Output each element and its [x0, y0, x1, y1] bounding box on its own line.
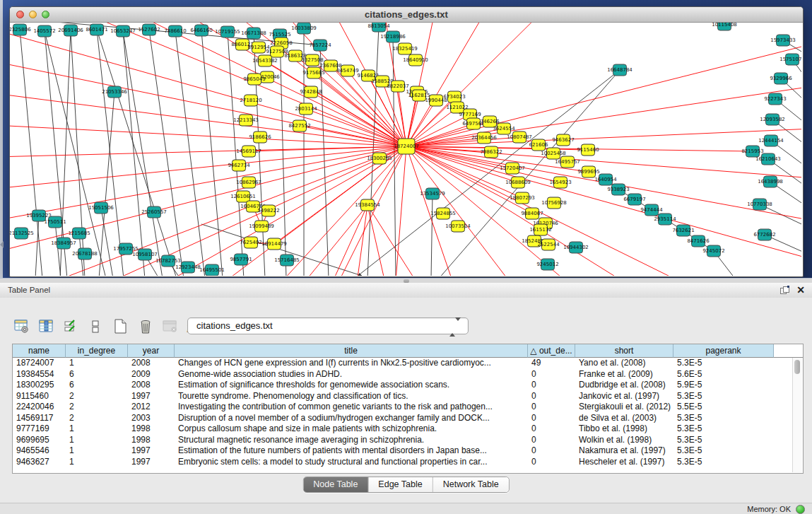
show-columns-icon[interactable]: [37, 317, 56, 337]
table-cell[interactable]: 2: [66, 391, 128, 402]
graph-node[interactable]: 6772682: [753, 229, 775, 240]
graph-edge[interactable]: [10, 146, 406, 221]
table-cell[interactable]: 0: [528, 457, 575, 468]
table-row[interactable]: 969969511998Structural magnetic resonanc…: [13, 435, 803, 446]
table-cell[interactable]: 6: [66, 380, 128, 391]
graph-node[interactable]: 12093582: [760, 114, 785, 125]
float-window-icon[interactable]: [780, 286, 789, 294]
table-cell[interactable]: Changes of HCN gene expression and I(f) …: [175, 358, 528, 369]
graph-edge[interactable]: [311, 92, 406, 146]
table-cell[interactable]: 9463627: [13, 457, 66, 468]
graph-node[interactable]: 18384957: [51, 238, 76, 249]
graph-edge[interactable]: [406, 146, 801, 259]
graph-node[interactable]: 10073514: [445, 221, 471, 232]
graph-node[interactable]: 14569117: [236, 146, 261, 157]
table-cell[interactable]: 2012: [128, 402, 175, 413]
graph-edge[interactable]: [97, 30, 124, 276]
table-cell[interactable]: 2008: [128, 358, 175, 369]
table-cell[interactable]: 2003: [128, 413, 175, 424]
table-cell[interactable]: 2008: [128, 380, 175, 391]
table-cell[interactable]: 1998: [128, 424, 175, 435]
table-cell[interactable]: 1: [66, 435, 128, 446]
table-cell[interactable]: Yano et al. (2008): [575, 358, 673, 369]
graph-node[interactable]: 9245072: [702, 245, 724, 257]
table-cell[interactable]: 1998: [128, 435, 175, 446]
table-row[interactable]: 911546021997Tourette syndrome. Phenomeno…: [13, 391, 803, 402]
graph-node[interactable]: 7857224: [309, 40, 331, 51]
collapse-arrow-icon[interactable]: [0, 241, 4, 248]
graph-edge[interactable]: [367, 205, 417, 276]
table-cell[interactable]: Jankovic et al. (1997): [575, 391, 673, 402]
table-row[interactable]: 1830029562008Estimation of significance …: [13, 380, 803, 391]
tab-network-table[interactable]: Network Table: [433, 477, 509, 492]
select-rows-icon[interactable]: [62, 317, 81, 337]
tab-edge-table[interactable]: Edge Table: [368, 477, 433, 492]
table-cell[interactable]: 9115460: [13, 391, 66, 402]
graph-node[interactable]: 7625402: [240, 237, 261, 248]
column-header[interactable]: △ out_de...: [528, 344, 575, 358]
table-cell[interactable]: Embryonic stem cells: a model to study s…: [175, 457, 528, 468]
table-cell[interactable]: 0: [528, 445, 575, 457]
graph-node[interactable]: 8471626: [687, 235, 710, 247]
table-cell[interactable]: 0: [528, 424, 575, 435]
table-cell[interactable]: Investigating the contribution of common…: [175, 402, 528, 413]
graph-edge[interactable]: [396, 146, 406, 276]
table-cell[interactable]: 1: [66, 358, 128, 369]
table-row[interactable]: 1872400712008Changes of HCN gene express…: [13, 358, 803, 369]
graph-edge[interactable]: [431, 194, 433, 276]
graph-node[interactable]: 7632621: [672, 225, 694, 236]
graph-node[interactable]: 15824855: [430, 208, 456, 219]
graph-node[interactable]: 1654923: [549, 177, 571, 188]
table-cell[interactable]: 14569117: [13, 413, 66, 424]
table-row[interactable]: 1456911722003Disruption of a novel membe…: [13, 413, 803, 424]
graph-node[interactable]: 19218986: [380, 31, 406, 42]
table-row[interactable]: 977716911998Corpus callosum shape and si…: [13, 424, 803, 435]
graph-node[interactable]: 9186626: [249, 132, 271, 143]
row-height-icon[interactable]: [87, 317, 105, 337]
scrollbar-thumb[interactable]: [794, 360, 800, 374]
graph-edge[interactable]: [406, 23, 558, 146]
table-cell[interactable]: Franke et al. (2009): [575, 369, 673, 380]
table-cell[interactable]: 1: [66, 457, 128, 468]
graph-node[interactable]: 12444154: [758, 135, 784, 146]
table-cell[interactable]: 1: [66, 424, 128, 435]
table-cell[interactable]: de Silva et al. (2003): [575, 413, 673, 424]
table-cell[interactable]: 5.3E-5: [673, 358, 774, 369]
graph-node[interactable]: 16438998: [758, 176, 783, 187]
graph-node[interactable]: 18724007: [394, 139, 419, 154]
close-icon[interactable]: ✕: [796, 284, 805, 296]
graph-node[interactable]: 8601471: [86, 24, 107, 35]
graph-node[interactable]: 10688609: [505, 177, 531, 188]
graph-node[interactable]: 7486610: [164, 25, 186, 37]
graph-node[interactable]: 18640910: [403, 54, 428, 66]
graph-node[interactable]: 1527602: [138, 24, 160, 35]
graph-node[interactable]: 8813054: [367, 23, 390, 32]
graph-node[interactable]: 18325419: [392, 43, 418, 54]
table-cell[interactable]: 9699695: [13, 435, 66, 446]
graph-node[interactable]: 10756928: [541, 197, 567, 209]
memory-status-indicator[interactable]: [796, 505, 805, 514]
network-window-titlebar[interactable]: citations_edges.txt: [10, 7, 803, 23]
graph-edge[interactable]: [42, 23, 406, 146]
graph-node[interactable]: 10115408: [712, 23, 737, 30]
graph-node[interactable]: 621606: [529, 139, 548, 151]
table-settings-icon[interactable]: [13, 317, 31, 337]
table-cell[interactable]: 5.3E-5: [673, 413, 774, 424]
table-cell[interactable]: 5.5E-5: [673, 402, 774, 413]
table-cell[interactable]: Genome-wide association studies in ADHD.: [175, 369, 528, 380]
table-row[interactable]: 946554611997Estimation of the future num…: [13, 445, 803, 457]
table-cell[interactable]: 5.3E-5: [673, 424, 774, 435]
graph-node[interactable]: 9227343: [764, 93, 786, 105]
table-cell[interactable]: Stergiakouli et al. (2012): [575, 402, 673, 413]
network-canvas[interactable]: 2325806140557220691406860147110653247152…: [10, 23, 801, 276]
table-cell[interactable]: 0: [528, 413, 575, 424]
table-cell[interactable]: 22420046: [13, 402, 66, 413]
graph-edge[interactable]: [175, 31, 205, 276]
citation-graph[interactable]: 2325806140557220691406860147110653247152…: [10, 23, 801, 276]
table-cell[interactable]: Wolkin et al. (1998): [575, 435, 673, 446]
table-cell[interactable]: Tibbo et al. (1998): [575, 424, 673, 435]
table-cell[interactable]: 1997: [128, 457, 175, 468]
graph-edge[interactable]: [35, 216, 39, 276]
graph-node[interactable]: 16671388: [241, 28, 266, 39]
graph-node[interactable]: 16914479: [261, 238, 287, 250]
